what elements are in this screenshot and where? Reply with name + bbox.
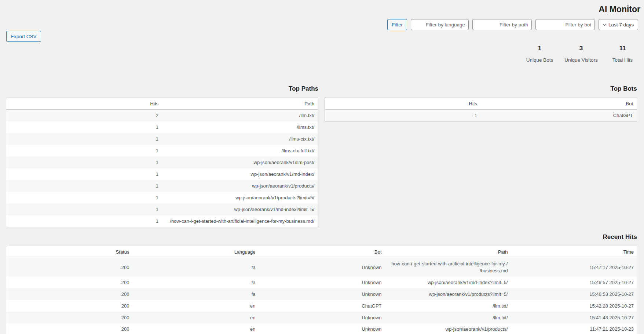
table-cell: /how-can-i-get-started-with-artificial-i… — [162, 215, 318, 227]
table-row: 200faUnknownwp-json/aeorank/v1/md-index?… — [6, 276, 637, 288]
table-cell: 1 — [6, 192, 162, 204]
table-cell: 1 — [6, 157, 162, 168]
table-cell: ChatGPT — [481, 110, 637, 121]
table-row: 1wp-json/aeorank/v1/md-index/ — [6, 168, 318, 180]
table-cell: 1 — [6, 133, 162, 145]
table-row: 1/llms-ctx.txt/ — [6, 133, 318, 145]
top-paths-title: Top Paths — [6, 85, 318, 92]
table-row: 200enChatGPT/llm.txt/15:42:28 2025-10-27 — [6, 300, 637, 312]
table-cell: wp-json/aeorank/v1/llm-post/ — [162, 157, 318, 168]
filter-language-input[interactable] — [411, 19, 469, 30]
table-cell: Unknown — [259, 288, 385, 300]
table-header-row: Hits Path — [6, 98, 318, 110]
top-paths-table: Hits Path 2/llm.txt/1/llms.txt/1/llms-ct… — [6, 98, 318, 227]
filter-path-input[interactable] — [472, 19, 532, 30]
table-cell: wp-json/aeorank/v1/products/ — [385, 323, 511, 334]
column-header-language: Language — [132, 246, 259, 258]
table-cell: 1 — [6, 204, 162, 215]
date-range-value: Last 7 days — [608, 22, 634, 28]
table-cell: wp-json/aeorank/v1/products?limit=5/ — [162, 192, 318, 204]
table-cell: 1 — [6, 121, 162, 133]
stat-value: 11 — [602, 45, 643, 52]
date-range-select[interactable]: Last 7 days — [599, 19, 638, 30]
filter-button[interactable]: Filter — [387, 19, 407, 30]
table-row: 1/how-can-i-get-started-with-artificial-… — [6, 215, 318, 227]
table-row: 200enUnknown/llm.txt/15:41:43 2025-10-27 — [6, 312, 637, 323]
stat-label: Total Hits — [602, 57, 643, 63]
table-row: 1wp-json/aeorank/v1/md-index?limit=5/ — [6, 204, 318, 215]
table-cell: 1 — [325, 110, 481, 121]
page-title: AI Monitor — [599, 4, 640, 14]
table-cell: 1 — [6, 145, 162, 157]
table-cell: 15:42:28 2025-10-27 — [511, 300, 637, 312]
table-cell: en — [132, 312, 259, 323]
table-row: 1/llms.txt/ — [6, 121, 318, 133]
table-cell: /llms.txt/ — [162, 121, 318, 133]
table-cell: 1 — [6, 168, 162, 180]
column-header-hits: Hits — [6, 98, 162, 110]
table-cell: 11:47:21 2025-10-23 — [511, 323, 637, 334]
table-cell: /llm.txt/ — [385, 312, 511, 323]
stat-label: Unique Bots — [519, 57, 560, 63]
table-cell: 2 — [6, 110, 162, 121]
stat-label: Unique Visitors — [560, 57, 602, 63]
column-header-path: Path — [385, 246, 511, 258]
export-csv-button[interactable]: Export CSV — [6, 31, 41, 42]
table-cell: fa — [132, 276, 259, 288]
top-bots-section: Top Bots Hits Bot 1ChatGPT — [325, 85, 637, 121]
stat-unique-visitors: 3 Unique Visitors — [560, 45, 602, 63]
table-cell: /llms-ctx-full.txt/ — [162, 145, 318, 157]
cell-line: how-can-i-get-started-with-artificial-in… — [385, 260, 508, 267]
table-header-row: Hits Bot — [325, 98, 637, 110]
column-header-status: Status — [6, 246, 132, 258]
table-cell: 200 — [6, 312, 132, 323]
table-cell: ChatGPT — [259, 300, 385, 312]
table-cell: fa — [132, 288, 259, 300]
top-bots-table: Hits Bot 1ChatGPT — [325, 98, 637, 121]
table-row: 200enUnknownwp-json/aeorank/v1/products/… — [6, 323, 637, 334]
table-cell: how-can-i-get-started-with-artificial-in… — [385, 258, 511, 277]
table-cell: /llms-ctx.txt/ — [162, 133, 318, 145]
stat-unique-bots: 1 Unique Bots — [519, 45, 560, 63]
table-row: 1wp-json/aeorank/v1/llm-post/ — [6, 157, 318, 168]
table-row: 1wp-json/aeorank/v1/products?limit=5/ — [6, 192, 318, 204]
table-cell: /llm.txt/ — [385, 300, 511, 312]
stat-value: 1 — [519, 45, 560, 52]
table-cell: 1 — [6, 180, 162, 192]
recent-hits-table: Status Language Bot Path Time 200faUnkno… — [6, 246, 637, 334]
table-row: 2/llm.txt/ — [6, 110, 318, 121]
table-cell: fa — [132, 258, 259, 277]
stat-value: 3 — [560, 45, 602, 52]
table-row: 200faUnknownhow-can-i-get-started-with-a… — [6, 258, 637, 277]
table-cell: Unknown — [259, 312, 385, 323]
stats-row: 1 Unique Bots 3 Unique Visitors 11 Total… — [519, 45, 643, 63]
table-cell: wp-json/aeorank/v1/products?limit=5/ — [385, 288, 511, 300]
chevron-down-icon — [603, 22, 607, 26]
table-cell: wp-json/aeorank/v1/md-index?limit=5/ — [385, 276, 511, 288]
table-cell: /llm.txt/ — [162, 110, 318, 121]
top-bots-title: Top Bots — [325, 85, 637, 92]
table-row: 1ChatGPT — [325, 110, 637, 121]
column-header-path: Path — [162, 98, 318, 110]
stat-total-hits: 11 Total Hits — [602, 45, 643, 63]
table-cell: 200 — [6, 258, 132, 277]
table-row: 200faUnknownwp-json/aeorank/v1/products?… — [6, 288, 637, 300]
filter-bot-input[interactable] — [535, 19, 595, 30]
table-cell: Unknown — [259, 258, 385, 277]
table-cell: 200 — [6, 288, 132, 300]
table-cell: 200 — [6, 276, 132, 288]
table-cell: wp-json/aeorank/v1/md-index?limit=5/ — [162, 204, 318, 215]
table-cell: en — [132, 300, 259, 312]
recent-hits-title: Recent Hits — [6, 233, 637, 241]
table-cell: 1 — [6, 215, 162, 227]
table-cell: Unknown — [259, 323, 385, 334]
table-cell: 15:46:57 2025-10-27 — [511, 276, 637, 288]
filter-toolbar: Filter Last 7 days — [387, 19, 638, 30]
table-cell: 15:46:53 2025-10-27 — [511, 288, 637, 300]
table-row: 1/llms-ctx-full.txt/ — [6, 145, 318, 157]
table-cell: Unknown — [259, 276, 385, 288]
table-cell: 15:41:43 2025-10-27 — [511, 312, 637, 323]
column-header-hits: Hits — [325, 98, 481, 110]
column-header-bot: Bot — [259, 246, 385, 258]
table-cell: 200 — [6, 300, 132, 312]
